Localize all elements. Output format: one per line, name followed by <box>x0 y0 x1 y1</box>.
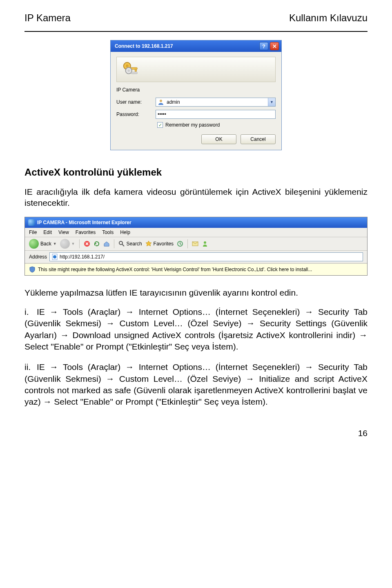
ie-menubar: File Edit View Favorites Tools Help <box>25 228 367 237</box>
section-heading: ActiveX kontrolünü yüklemek <box>24 167 368 178</box>
keys-icon <box>121 60 140 79</box>
address-field[interactable]: http://192.168.1.217/ <box>49 252 363 261</box>
step1-text: IE → Tools (Araçlar) → Internet Options…… <box>24 307 368 351</box>
close-icon[interactable]: ✕ <box>270 42 279 50</box>
user-icon <box>158 99 164 105</box>
menu-help[interactable]: Help <box>120 229 130 235</box>
star-icon <box>145 241 152 247</box>
step1-num: i. <box>24 306 37 318</box>
step-2: ii.IE → Tools (Araçlar) → Internet Optio… <box>24 361 368 408</box>
address-value: http://192.168.1.217/ <box>60 254 105 260</box>
shield-icon <box>29 266 36 273</box>
mail-icon <box>192 241 198 247</box>
remember-label: Remember my password <box>165 122 220 128</box>
help-icon[interactable]: ? <box>259 42 268 50</box>
step-1: i.IE → Tools (Araçlar) → Internet Option… <box>24 306 368 352</box>
username-value: admin <box>167 99 180 105</box>
dialog-title-text: Connect to 192.168.1.217 <box>113 43 259 49</box>
favorites-button[interactable]: Favorites <box>145 241 174 247</box>
chevron-down-icon: ▼ <box>71 242 75 246</box>
menu-favorites[interactable]: Favorites <box>76 229 96 235</box>
home-button[interactable] <box>103 241 110 247</box>
ie-infobar[interactable]: This site might require the following Ac… <box>25 263 367 275</box>
mail-button[interactable] <box>192 241 198 247</box>
ie-toolbar: Back ▼ ▼ <box>25 237 367 251</box>
home-icon <box>103 241 110 247</box>
svg-point-5 <box>127 69 130 72</box>
remember-checkbox[interactable]: ✓ <box>157 122 163 128</box>
paragraph-1: IE aracılığıyla ilk defa kamera videosu … <box>24 186 368 209</box>
header-divider <box>24 31 368 32</box>
svg-point-13 <box>204 241 206 244</box>
search-button[interactable]: Search <box>118 241 142 247</box>
infobar-text: This site might require the following Ac… <box>38 267 312 272</box>
password-field[interactable]: ••••• <box>156 110 276 119</box>
password-label: Password: <box>116 111 156 117</box>
dialog-titlebar: Connect to 192.168.1.217 ? ✕ <box>111 40 281 52</box>
ie-addressbar: Address http://192.168.1.217/ <box>25 251 367 263</box>
username-label: User name: <box>116 99 156 105</box>
dialog-section: IP Camera <box>116 87 276 93</box>
password-value: ••••• <box>158 111 166 117</box>
username-field[interactable]: admin ▼ <box>156 98 276 107</box>
ie-title-text: IP CAMERA - Microsoft Internet Explorer <box>37 220 131 225</box>
search-icon <box>118 241 125 247</box>
stop-button[interactable] <box>84 241 90 247</box>
svg-point-9 <box>119 241 122 245</box>
svg-rect-3 <box>135 69 137 71</box>
menu-tools[interactable]: Tools <box>102 229 114 235</box>
svg-line-10 <box>122 244 124 246</box>
chevron-down-icon: ▼ <box>53 242 57 246</box>
step2-num: ii. <box>24 361 37 373</box>
ie-logo-icon <box>28 219 35 226</box>
ie-titlebar: IP CAMERA - Microsoft Internet Explorer <box>25 217 367 228</box>
history-button[interactable] <box>177 241 183 247</box>
svg-point-7 <box>160 100 162 102</box>
connect-dialog: Connect to 192.168.1.217 ? ✕ <box>110 40 282 150</box>
back-button[interactable]: Back ▼ <box>29 239 57 249</box>
page-header: IP Kamera Kullanım Kılavuzu <box>24 12 368 24</box>
menu-view[interactable]: View <box>58 229 69 235</box>
paragraph-2: Yükleme yapılmazsa lütfen IE tarayıcısın… <box>24 287 368 298</box>
header-right: Kullanım Kılavuzu <box>289 12 368 24</box>
cancel-button[interactable]: Cancel <box>241 134 276 144</box>
forward-icon <box>60 239 70 249</box>
back-icon <box>29 239 39 249</box>
menu-edit[interactable]: Edit <box>43 229 52 235</box>
address-label: Address <box>29 254 47 260</box>
chevron-down-icon[interactable]: ▼ <box>268 98 275 106</box>
stop-icon <box>84 241 90 247</box>
page-number: 16 <box>24 428 368 438</box>
ok-button[interactable]: OK <box>201 134 236 144</box>
svg-point-1 <box>126 65 129 67</box>
history-icon <box>177 241 183 247</box>
credentials-banner <box>116 57 276 82</box>
refresh-icon <box>94 241 100 247</box>
step2-text: IE → Tools (Araçlar) → Internet Options…… <box>24 362 368 406</box>
ie-window: IP CAMERA - Microsoft Internet Explorer … <box>24 217 368 276</box>
refresh-button[interactable] <box>94 241 100 247</box>
svg-point-15 <box>53 255 56 258</box>
svg-rect-6 <box>131 72 137 74</box>
menu-file[interactable]: File <box>29 229 37 235</box>
messenger-button[interactable] <box>202 241 208 247</box>
forward-button[interactable]: ▼ <box>60 239 75 249</box>
header-left: IP Kamera <box>24 12 71 24</box>
messenger-icon <box>202 241 208 247</box>
page-icon <box>51 254 58 260</box>
